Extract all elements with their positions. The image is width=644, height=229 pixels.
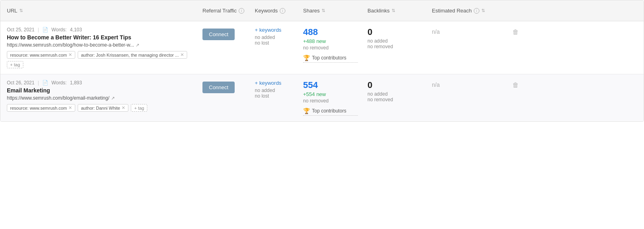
ext-link-icon-1: ↗ xyxy=(136,43,139,48)
header-estimated: Estimated Reach i ⇅ xyxy=(427,4,508,17)
keywords-info-icon[interactable]: i xyxy=(280,8,285,14)
actions-cell-2: 🗑 xyxy=(508,80,528,116)
estimated-sort-icon[interactable]: ⇅ xyxy=(481,8,485,13)
backlinks-cell-2: 0 no added no removed xyxy=(363,80,427,116)
table-header: URL ⇅ Referral Traffic i Keywords i Shar… xyxy=(0,0,644,21)
header-shares-label: Shares xyxy=(303,8,320,14)
row-date-1: Oct 25, 2021 xyxy=(7,27,35,33)
header-referral: Referral Traffic i xyxy=(198,4,250,17)
backlinks-no-removed-1: no removed xyxy=(367,44,422,49)
top-contributors-1[interactable]: 🏆 Top contributors xyxy=(303,55,358,63)
table-row: Oct 26, 2021 | 📄 Words: 1,893 Email Mark… xyxy=(0,74,644,121)
tag-author-2: author: Danni White ✕ xyxy=(78,104,128,112)
header-referral-label: Referral Traffic xyxy=(202,8,237,14)
estimated-info-icon[interactable]: i xyxy=(474,8,479,14)
header-actions xyxy=(508,4,528,17)
actions-cell-1: 🗑 xyxy=(508,27,528,68)
kw-no-lost-2: no lost xyxy=(255,93,293,99)
tag-resource-2: resource: www.semrush.com ✕ xyxy=(7,104,75,112)
doc-icon-1: 📄 xyxy=(42,27,48,33)
header-backlinks-label: Backlinks xyxy=(367,8,390,14)
backlinks-cell-1: 0 no added no removed xyxy=(363,27,427,68)
tag-resource-1: resource: www.semrush.com ✕ xyxy=(7,51,75,59)
estimated-value-1: n/a xyxy=(432,27,503,35)
add-tag-button-2[interactable]: + tag xyxy=(131,104,147,112)
ext-link-icon-2: ↗ xyxy=(111,96,115,101)
keywords-cell-1: + keywords no added no lost xyxy=(250,27,298,68)
tags-row-1: resource: www.semrush.com ✕ author: Josh… xyxy=(7,51,191,68)
tag-author-1: author: Josh Krissansen, the managing di… xyxy=(78,51,187,59)
referral-cell-1: Connect xyxy=(198,27,250,68)
keywords-cell-2: + keywords no added no lost xyxy=(250,80,298,116)
connect-button-1[interactable]: Connect xyxy=(202,29,235,40)
kw-add-1[interactable]: + keywords xyxy=(255,27,293,33)
tags-row-2: resource: www.semrush.com ✕ author: Dann… xyxy=(7,104,191,112)
shares-new-2: +554 new xyxy=(303,91,358,97)
kw-no-lost-1: no lost xyxy=(255,40,293,46)
row-meta-2: Oct 26, 2021 | 📄 Words: 1,893 xyxy=(7,80,191,86)
kw-no-added-2: no added xyxy=(255,88,293,93)
referral-info-icon[interactable]: i xyxy=(239,8,244,14)
tag-close-author-1[interactable]: ✕ xyxy=(180,52,184,57)
header-backlinks: Backlinks ⇅ xyxy=(363,4,427,17)
words-label-2: Words: xyxy=(52,80,67,86)
content-table: URL ⇅ Referral Traffic i Keywords i Shar… xyxy=(0,0,644,122)
shares-count-1: 488 xyxy=(303,27,358,37)
url-cell-1: Oct 25, 2021 | 📄 Words: 4,103 How to Bec… xyxy=(0,27,198,68)
referral-cell-2: Connect xyxy=(198,80,250,116)
backlinks-no-added-1: no added xyxy=(367,38,422,44)
header-keywords: Keywords i xyxy=(250,4,298,17)
tag-close-resource-1[interactable]: ✕ xyxy=(68,52,72,57)
header-url: URL ⇅ xyxy=(0,4,198,17)
shares-new-1: +488 new xyxy=(303,38,358,44)
url-cell-2: Oct 26, 2021 | 📄 Words: 1,893 Email Mark… xyxy=(0,80,198,116)
backlinks-no-removed-2: no removed xyxy=(367,97,422,102)
words-value-1: 4,103 xyxy=(70,27,82,33)
shares-cell-1: 488 +488 new no removed 🏆 Top contributo… xyxy=(298,27,363,68)
backlinks-no-added-2: no added xyxy=(367,91,422,97)
estimated-cell-1: n/a xyxy=(427,27,508,68)
header-shares: Shares ⇅ xyxy=(298,4,363,17)
row-title-1: How to Become a Better Writer: 16 Expert… xyxy=(7,34,191,41)
row-url-1[interactable]: https://www.semrush.com/blog/how-to-beco… xyxy=(7,42,191,48)
add-tag-button-1[interactable]: + tag xyxy=(7,61,23,68)
trophy-icon-1: 🏆 xyxy=(303,55,310,61)
row-meta-1: Oct 25, 2021 | 📄 Words: 4,103 xyxy=(7,27,191,33)
top-contributors-2[interactable]: 🏆 Top contributors xyxy=(303,108,358,116)
header-keywords-label: Keywords xyxy=(255,8,278,14)
backlinks-sort-icon[interactable]: ⇅ xyxy=(392,8,395,13)
delete-button-2[interactable]: 🗑 xyxy=(512,82,519,89)
shares-removed-1: no removed xyxy=(303,45,358,51)
words-label-1: Words: xyxy=(52,27,67,33)
shares-removed-2: no removed xyxy=(303,98,358,104)
estimated-cell-2: n/a xyxy=(427,80,508,116)
row-date-2: Oct 26, 2021 xyxy=(7,80,35,86)
backlinks-count-2: 0 xyxy=(367,80,422,90)
shares-count-2: 554 xyxy=(303,80,358,90)
estimated-value-2: n/a xyxy=(432,80,503,88)
backlinks-count-1: 0 xyxy=(367,27,422,37)
shares-cell-2: 554 +554 new no removed 🏆 Top contributo… xyxy=(298,80,363,116)
connect-button-2[interactable]: Connect xyxy=(202,82,235,93)
delete-button-1[interactable]: 🗑 xyxy=(512,29,519,36)
row-url-2[interactable]: https://www.semrush.com/blog/email-marke… xyxy=(7,95,191,101)
header-url-label: URL xyxy=(7,8,17,14)
shares-sort-icon[interactable]: ⇅ xyxy=(322,8,325,13)
table-row: Oct 25, 2021 | 📄 Words: 4,103 How to Bec… xyxy=(0,21,644,74)
header-estimated-label: Estimated Reach xyxy=(432,8,472,14)
tag-close-author-2[interactable]: ✕ xyxy=(122,105,125,110)
trophy-icon-2: 🏆 xyxy=(303,108,310,114)
kw-no-added-1: no added xyxy=(255,35,293,40)
row-title-2: Email Marketing xyxy=(7,87,191,94)
doc-icon-2: 📄 xyxy=(42,80,48,86)
kw-add-2[interactable]: + keywords xyxy=(255,80,293,86)
words-value-2: 1,893 xyxy=(70,80,82,86)
url-sort-icon[interactable]: ⇅ xyxy=(19,8,23,13)
tag-close-resource-2[interactable]: ✕ xyxy=(68,105,72,110)
